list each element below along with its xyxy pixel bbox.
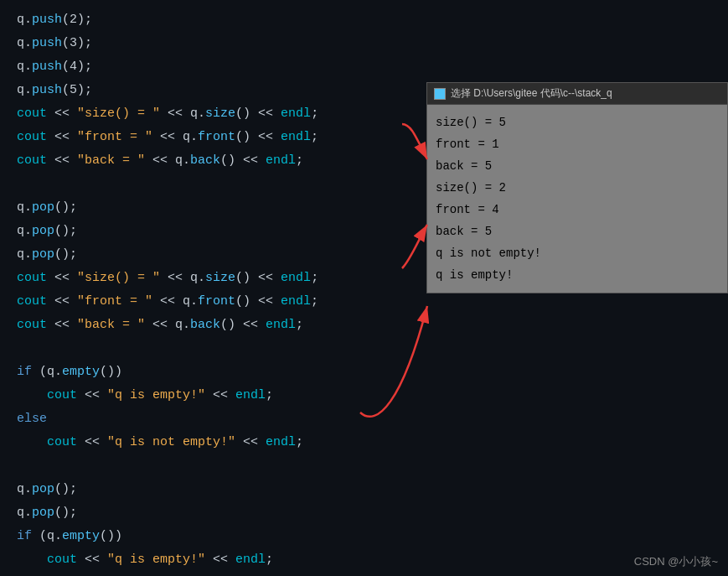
terminal-icon bbox=[434, 88, 446, 100]
term-line-2: front = 1 bbox=[436, 133, 719, 155]
code-line-17: cout << "q is empty!" << endl; bbox=[17, 384, 711, 407]
term-line-1: size() = 5 bbox=[436, 112, 719, 133]
code-line-24: cout << "q is empty!" << endl; bbox=[17, 548, 711, 572]
term-line-3: back = 5 bbox=[436, 155, 719, 177]
term-line-8: q is empty! bbox=[436, 264, 719, 286]
term-line-6: back = 5 bbox=[436, 221, 719, 242]
code-line-2: q.push(3); bbox=[17, 32, 711, 55]
code-line-3: q.push(4); bbox=[17, 55, 711, 79]
code-line-13: cout << "front = " << q.front() << endl; bbox=[17, 290, 711, 314]
term-line-7: q is not empty! bbox=[436, 242, 719, 264]
code-line-21: q.pop(); bbox=[17, 478, 711, 501]
code-line-23: if (q.empty()) bbox=[17, 525, 711, 548]
code-line-20 bbox=[17, 454, 711, 478]
term-line-4: size() = 2 bbox=[436, 177, 719, 199]
terminal-body: size() = 5 front = 1 back = 5 size() = 2… bbox=[427, 105, 727, 293]
code-line-1: q.push(2); bbox=[17, 8, 711, 32]
code-line-18: else bbox=[17, 407, 711, 431]
terminal-title: 选择 D:\Users\gitee 代码\c--\stack_q bbox=[451, 86, 612, 101]
credit-text: CSDN @小小孩~ bbox=[634, 554, 718, 569]
code-line-22: q.pop(); bbox=[17, 501, 711, 525]
code-line-15 bbox=[17, 337, 711, 361]
code-line-14: cout << "back = " << q.back() << endl; bbox=[17, 314, 711, 337]
code-line-25: else bbox=[17, 572, 711, 576]
term-line-5: front = 4 bbox=[436, 199, 719, 221]
code-line-19: cout << "q is not empty!" << endl; bbox=[17, 431, 711, 454]
terminal-titlebar: 选择 D:\Users\gitee 代码\c--\stack_q bbox=[427, 83, 727, 105]
code-line-16: if (q.empty()) bbox=[17, 361, 711, 384]
terminal-window: 选择 D:\Users\gitee 代码\c--\stack_q size() … bbox=[426, 82, 728, 293]
